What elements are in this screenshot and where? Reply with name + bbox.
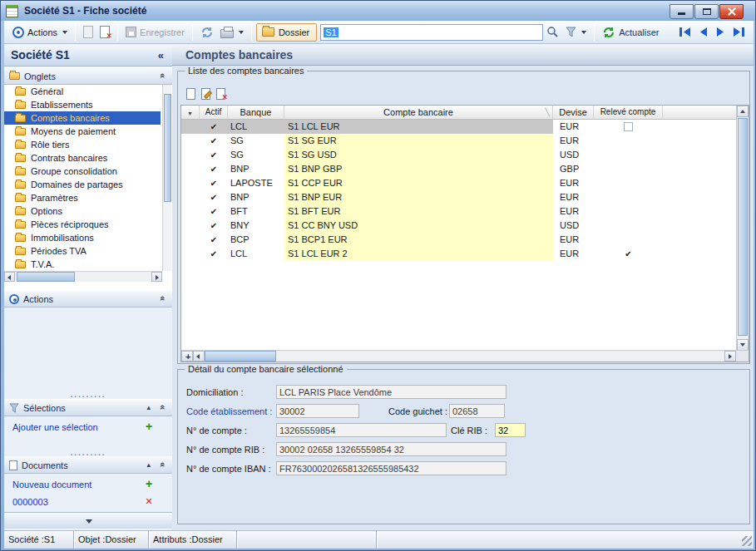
devise-cell[interactable]: EUR xyxy=(553,176,594,190)
sidebar-item-immobilisations[interactable]: Immobilisations xyxy=(4,231,161,244)
next-record-button[interactable] xyxy=(715,27,725,37)
devise-cell[interactable]: USD xyxy=(553,219,594,233)
devise-cell[interactable]: GBP xyxy=(553,162,594,176)
pin-up-icon[interactable] xyxy=(146,403,151,411)
actif-cell[interactable]: ✔ xyxy=(200,219,228,233)
actions-menu-button[interactable]: Actions xyxy=(9,25,71,40)
delete-icon[interactable] xyxy=(144,495,154,507)
releve-cell[interactable] xyxy=(594,219,663,233)
scrollbar-track[interactable] xyxy=(276,351,724,362)
splitter-grip[interactable] xyxy=(4,390,172,399)
first-record-button[interactable] xyxy=(679,27,692,37)
add-row-icon[interactable] xyxy=(186,88,195,100)
actif-cell[interactable]: ✔ xyxy=(200,233,228,247)
actif-cell[interactable]: ✔ xyxy=(200,134,228,148)
document-number-link[interactable]: 0000003 xyxy=(12,495,48,509)
actif-cell[interactable]: ✔ xyxy=(200,148,228,162)
actif-cell[interactable]: ✔ xyxy=(200,247,228,261)
table-row[interactable]: ✔ LCL S1 LCL EUR 2 EUR ✔ xyxy=(181,247,737,261)
scrollbar-thumb[interactable] xyxy=(164,94,171,202)
releve-cell[interactable] xyxy=(594,162,663,176)
column-header-actif[interactable]: Actif xyxy=(200,106,228,120)
compte-cell[interactable]: S1 LCL EUR 2 xyxy=(284,247,553,261)
actions-section-header[interactable]: Actions xyxy=(4,290,172,307)
collapse-sidebar-icon[interactable]: « xyxy=(158,49,164,61)
expand-columns-button[interactable] xyxy=(181,351,193,362)
table-row[interactable]: ✔ BNP S1 BNP EUR EUR xyxy=(181,190,737,204)
search-input[interactable]: S1 xyxy=(320,24,543,41)
onglets-horizontal-scrollbar[interactable] xyxy=(4,271,162,282)
add-icon[interactable] xyxy=(144,478,154,490)
devise-cell[interactable]: USD xyxy=(553,148,594,162)
actif-cell[interactable]: ✔ xyxy=(200,120,228,134)
chevron-up-icon[interactable] xyxy=(158,405,168,410)
sidebar-item-periodes-tva[interactable]: Périodes TVA xyxy=(4,244,161,258)
actif-cell[interactable]: ✔ xyxy=(200,162,228,176)
compte-cell[interactable]: S1 BNP GBP xyxy=(284,162,553,176)
sidebar-item-etablissements[interactable]: Etablissements xyxy=(4,98,161,111)
sidebar-item-comptes-bancaires[interactable]: Comptes bancaires xyxy=(4,111,161,125)
sidebar-item-groupe-consolidation[interactable]: Groupe consolidation xyxy=(4,165,161,178)
sidebar-item-role-tiers[interactable]: Rôle tiers xyxy=(4,138,161,151)
banque-cell[interactable]: BNY xyxy=(228,219,284,233)
delete-row-icon[interactable] xyxy=(216,88,225,100)
new-record-button[interactable] xyxy=(80,24,96,40)
search-button[interactable] xyxy=(543,24,562,40)
releve-cell[interactable] xyxy=(594,190,663,204)
devise-cell[interactable]: EUR xyxy=(553,233,594,247)
row-selector-header[interactable] xyxy=(181,106,200,120)
actif-cell[interactable]: ✔ xyxy=(200,204,228,219)
compte-rib-field[interactable] xyxy=(276,442,506,456)
table-row[interactable]: ✔ LCL S1 LCL EUR EUR xyxy=(181,120,737,134)
compte-cell[interactable]: S1 BFT EUR xyxy=(284,204,553,219)
delete-record-button[interactable] xyxy=(96,24,113,40)
scroll-left-button[interactable] xyxy=(4,272,15,282)
compte-iban-field[interactable] xyxy=(276,461,506,475)
filter-button[interactable] xyxy=(562,25,590,39)
releve-cell[interactable] xyxy=(594,134,663,148)
banque-cell[interactable]: SG xyxy=(228,148,284,162)
table-row[interactable]: ✔ BFT S1 BFT EUR EUR xyxy=(181,204,737,219)
banque-cell[interactable]: SG xyxy=(228,134,284,148)
refresh-button[interactable] xyxy=(197,24,217,41)
scrollbar-thumb[interactable] xyxy=(17,272,75,282)
chevron-up-icon[interactable] xyxy=(158,73,168,78)
code-etablissement-field[interactable] xyxy=(276,404,359,418)
cle-rib-field[interactable] xyxy=(495,423,526,437)
compte-cell[interactable]: S1 CCP EUR xyxy=(284,176,553,190)
compte-cell[interactable]: S1 SG USD xyxy=(284,148,553,162)
banque-cell[interactable]: LCL xyxy=(228,247,284,261)
sidebar-item-domaines-partages[interactable]: Domaines de partages xyxy=(4,178,161,191)
devise-cell[interactable]: EUR xyxy=(553,134,594,148)
pin-up-icon[interactable] xyxy=(146,460,151,469)
actif-cell[interactable]: ✔ xyxy=(200,176,228,190)
devise-cell[interactable]: EUR xyxy=(553,190,594,204)
new-document-link[interactable]: Nouveau document xyxy=(12,478,91,491)
maximize-button[interactable] xyxy=(694,4,719,19)
column-header-banque[interactable]: Banque xyxy=(228,106,284,120)
banque-cell[interactable]: LAPOSTE xyxy=(228,176,284,190)
sidebar-item-pieces-reciproques[interactable]: Pièces réciproques xyxy=(4,218,161,231)
add-selection-link[interactable]: Ajouter une sélection xyxy=(12,421,98,434)
onglets-vertical-scrollbar[interactable] xyxy=(162,85,171,271)
releve-cell[interactable] xyxy=(594,120,663,134)
sidebar-item-moyens-paiement[interactable]: Moyens de paiement xyxy=(4,125,161,138)
domiciliation-field[interactable] xyxy=(276,385,506,399)
table-row[interactable]: ✔ BNP S1 BNP GBP GBP xyxy=(181,162,737,176)
scroll-left-button[interactable] xyxy=(193,351,205,362)
releve-cell[interactable] xyxy=(594,204,663,219)
onglets-section-header[interactable]: Onglets xyxy=(4,67,172,85)
releve-cell[interactable]: ✔ xyxy=(594,247,663,261)
table-horizontal-scrollbar[interactable] xyxy=(181,350,749,362)
scroll-down-button[interactable] xyxy=(737,339,749,351)
scroll-right-button[interactable] xyxy=(724,351,736,362)
banque-cell[interactable]: BNP xyxy=(228,190,284,204)
actif-cell[interactable]: ✔ xyxy=(200,190,228,204)
banque-cell[interactable]: BFT xyxy=(228,204,284,219)
previous-record-button[interactable] xyxy=(699,27,709,37)
scrollbar-thumb[interactable] xyxy=(205,351,276,362)
selections-section-header[interactable]: Sélections xyxy=(4,399,172,416)
compte-cell[interactable]: S1 BNP EUR xyxy=(284,190,553,204)
column-header-compte[interactable]: Compte bancaire xyxy=(284,106,553,120)
collapsed-section-bar[interactable] xyxy=(4,512,172,529)
